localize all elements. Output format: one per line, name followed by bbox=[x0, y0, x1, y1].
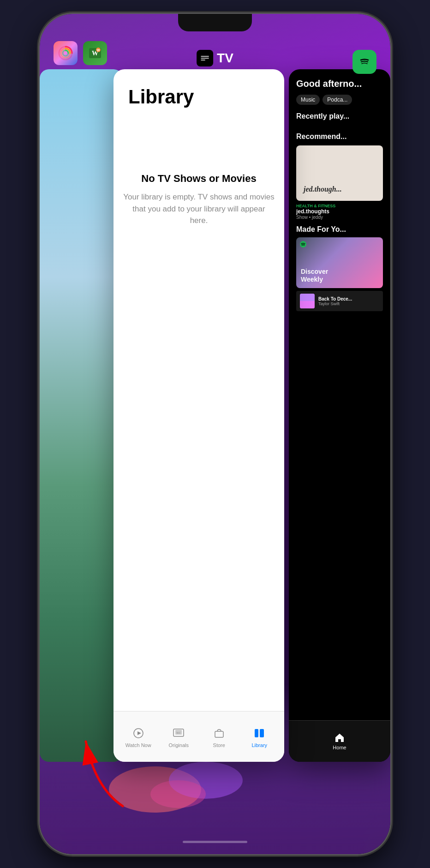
svg-rect-34 bbox=[255, 729, 258, 737]
mountain-bg bbox=[40, 69, 123, 762]
music-pill[interactable]: Music bbox=[296, 95, 320, 105]
made-for-you-title: Made For Yo... bbox=[296, 225, 383, 234]
apple-tv-content: Library bbox=[113, 69, 284, 108]
spotify-app-icon[interactable] bbox=[352, 50, 376, 74]
home-icon bbox=[334, 733, 345, 743]
library-icon bbox=[252, 726, 267, 741]
discover-weekly-bg: Discover Weekly bbox=[296, 237, 383, 288]
no-content-section: No TV Shows or Movies Your library is em… bbox=[113, 117, 284, 245]
library-label: Library bbox=[251, 742, 267, 748]
tv-app-icon bbox=[197, 50, 213, 66]
back-to-dec-info: Back To Dece... Taylor Swift bbox=[318, 296, 379, 306]
svg-text:tv+: tv+ bbox=[177, 731, 181, 734]
fitness-app-icon[interactable] bbox=[54, 41, 78, 65]
svg-point-18 bbox=[150, 780, 206, 808]
library-title: Library bbox=[128, 86, 269, 108]
cards-container: Library No TV Shows or Movies Your libra… bbox=[40, 69, 390, 762]
spotify-pills: Music Podca... bbox=[296, 95, 383, 105]
store-icon bbox=[212, 726, 227, 741]
notch bbox=[178, 14, 252, 31]
podcast-category: Health & Fitness bbox=[296, 204, 383, 208]
svg-point-27 bbox=[357, 54, 372, 69]
mountain-card[interactable] bbox=[40, 69, 123, 762]
recently-played-title: Recently play... bbox=[296, 112, 383, 121]
no-content-description: Your library is empty. TV shows and movi… bbox=[123, 191, 275, 227]
phone-screen: W W TV bbox=[40, 14, 390, 854]
tab-originals[interactable]: tv+ Originals bbox=[162, 726, 195, 748]
spotify-content: Good afterno... Music Podca... Recently … bbox=[289, 69, 390, 320]
home-indicator[interactable] bbox=[183, 841, 247, 843]
originals-label: Originals bbox=[169, 742, 189, 748]
podcast-name: jed.thoughts bbox=[296, 208, 383, 215]
spotify-logo-small bbox=[300, 241, 306, 247]
store-label: Store bbox=[213, 742, 225, 748]
spotify-greeting: Good afterno... bbox=[296, 78, 383, 89]
back-to-dec-artist: Taylor Swift bbox=[318, 301, 379, 306]
tv-app-label: TV bbox=[197, 50, 233, 66]
originals-icon: tv+ bbox=[171, 726, 186, 741]
spotify-home-label: Home bbox=[333, 745, 346, 750]
apps-row: W W TV bbox=[40, 37, 390, 69]
svg-text:W: W bbox=[97, 48, 100, 52]
discover-weekly-card[interactable]: Discover Weekly bbox=[296, 237, 383, 288]
spotify-tabbar: Home bbox=[289, 720, 390, 762]
spotify-home-tab[interactable]: Home bbox=[333, 733, 346, 750]
tab-library[interactable]: Library bbox=[243, 726, 275, 748]
svg-rect-35 bbox=[260, 729, 264, 737]
recommended-title: Recommend... bbox=[296, 133, 383, 141]
words-app-icon[interactable]: W W bbox=[83, 41, 107, 65]
tab-store[interactable]: Store bbox=[203, 726, 235, 748]
podcast-meta: Health & Fitness jed.thoughts Show • jed… bbox=[296, 204, 383, 220]
podcast-card[interactable]: jed.though... bbox=[296, 145, 383, 201]
svg-rect-33 bbox=[215, 731, 223, 737]
apple-tv-card[interactable]: Library No TV Shows or Movies Your libra… bbox=[113, 69, 284, 762]
svg-rect-38 bbox=[300, 301, 315, 308]
no-content-title: No TV Shows or Movies bbox=[141, 173, 256, 185]
podcast-subtitle: Show • jeddy bbox=[296, 215, 383, 220]
podcast-card-text: jed.though... bbox=[304, 185, 342, 193]
podcasts-pill[interactable]: Podca... bbox=[322, 95, 352, 105]
back-to-dec-thumbnail bbox=[300, 294, 315, 308]
back-to-dec-title: Back To Dece... bbox=[318, 296, 379, 301]
discover-weekly-label: Discover Weekly bbox=[301, 268, 328, 283]
back-to-dec-row[interactable]: Back To Dece... Taylor Swift bbox=[296, 291, 383, 311]
red-arrow-annotation bbox=[67, 714, 141, 817]
phone-frame: W W TV bbox=[40, 14, 390, 854]
spotify-card[interactable]: Good afterno... Music Podca... Recently … bbox=[289, 69, 390, 762]
tv-label-text: TV bbox=[217, 51, 233, 66]
